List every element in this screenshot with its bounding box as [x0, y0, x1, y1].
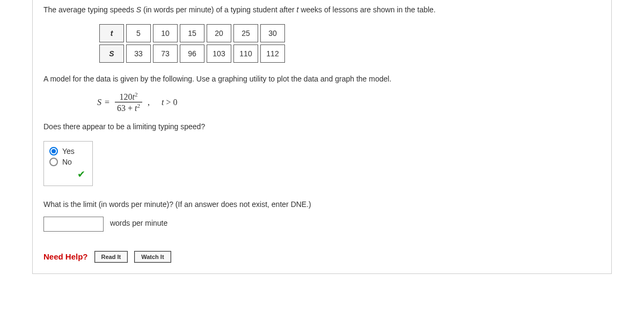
data-table-wrapper: t 5 10 15 20 25 30 S 33 73 96 103 110 11…	[97, 22, 601, 65]
formula-condition: t > 0	[162, 98, 177, 107]
question-2: What is the limit (in words per minute)?…	[43, 199, 601, 210]
radio-option-yes[interactable]: Yes	[49, 147, 87, 155]
intro-pre: The average typing speeds	[43, 5, 136, 14]
t-cell: 5	[126, 24, 151, 42]
formula-comma: ,	[148, 98, 150, 107]
t-cell: 25	[233, 24, 258, 42]
need-help-row: Need Help? Read It Watch It	[43, 251, 601, 263]
checkmark-icon: ✔	[77, 168, 87, 180]
radio-yes-icon[interactable]	[49, 147, 58, 155]
radio-no-label: No	[62, 158, 72, 166]
data-table: t 5 10 15 20 25 30 S 33 73 96 103 110 11…	[97, 22, 287, 65]
watch-it-button[interactable]: Watch It	[134, 251, 171, 263]
need-help-label: Need Help?	[43, 252, 88, 261]
radio-option-no[interactable]: No	[49, 158, 87, 166]
s-cell: 110	[233, 45, 258, 63]
formula-fraction: 120t2 63 + t2	[115, 91, 142, 114]
table-row: t 5 10 15 20 25 30	[99, 24, 285, 42]
num-coeff: 120	[120, 92, 133, 101]
question-1: Does there appear to be a limiting typin…	[43, 121, 601, 132]
s-cell: 112	[260, 45, 285, 63]
s-cell: 73	[153, 45, 178, 63]
t-cell: 20	[207, 24, 231, 42]
answer-row: words per minute	[43, 217, 601, 232]
intro-post: weeks of lessons are shown in the table.	[299, 5, 436, 14]
model-text: A model for the data is given by the fol…	[43, 73, 601, 85]
formula-equals: =	[105, 98, 109, 107]
formula-lhs: S	[97, 98, 101, 107]
units-label: words per minute	[110, 219, 167, 227]
intro-text: The average typing speeds S (in words pe…	[43, 4, 601, 16]
radio-yes-label: Yes	[62, 147, 75, 155]
cond-rest: > 0	[164, 98, 178, 107]
formula-denominator: 63 + t2	[115, 102, 142, 113]
table-row: S 33 73 96 103 110 112	[99, 45, 285, 63]
radio-group: Yes No ✔	[43, 141, 93, 186]
t-cell: 10	[153, 24, 178, 42]
formula: S = 120t2 63 + t2 , t > 0	[97, 91, 601, 114]
t-header: t	[99, 24, 124, 42]
read-it-button[interactable]: Read It	[94, 251, 128, 263]
s-cell: 103	[207, 45, 231, 63]
intro-mid: (in words per minute) of a typing studen…	[141, 5, 296, 14]
s-cell: 33	[126, 45, 151, 63]
limit-input[interactable]	[43, 217, 104, 232]
t-cell: 15	[180, 24, 204, 42]
t-cell: 30	[260, 24, 285, 42]
s-cell: 96	[180, 45, 204, 63]
question-container: The average typing speeds S (in words pe…	[32, 0, 612, 274]
intro-var-s: S	[136, 5, 141, 14]
den-const: 63 +	[117, 104, 135, 113]
s-header: S	[99, 45, 124, 63]
formula-numerator: 120t2	[115, 91, 142, 102]
radio-no-icon[interactable]	[49, 158, 58, 166]
num-exp: 2	[135, 91, 138, 98]
den-exp: 2	[137, 102, 141, 109]
